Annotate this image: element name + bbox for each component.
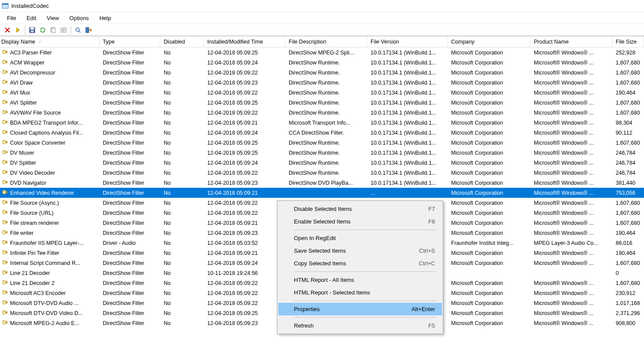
svg-rect-72 (3, 321, 6, 324)
cell-name: Infinite Pin Tee Filter (0, 249, 99, 257)
svg-rect-42 (3, 170, 6, 174)
table-row[interactable]: BDA MPEG2 Transport Infor...DirectShow F… (0, 118, 644, 128)
table-row[interactable]: AVI/WAV File SourceDirectShow FilterNo12… (0, 108, 644, 118)
cell-desc: DirectShow MPEG-2 Spli... (285, 50, 367, 56)
table-row[interactable]: Closed Captions Analysis Fil...DirectSho… (0, 128, 644, 138)
menu-options[interactable]: Options (65, 13, 93, 23)
column-header-company[interactable]: Company (448, 36, 530, 47)
cell-product: Microsoft® Windows® ... (530, 300, 612, 306)
cell-product: Microsoft® Windows® ... (530, 310, 612, 316)
cell-company: Microsoft Corporation (448, 70, 530, 76)
copy-icon[interactable] (48, 25, 58, 35)
cell-ver: 10.0.17134.1 (WinBuild.1... (367, 90, 448, 96)
cell-product: Microsoft® Windows® ... (530, 230, 612, 236)
cell-name: AVI Draw (0, 78, 99, 87)
context-menu-separator (294, 230, 437, 230)
menu-file[interactable]: File (3, 13, 20, 23)
column-header-installed-modified-time[interactable]: Installed/Modified Time (204, 36, 285, 47)
table-row[interactable]: Enhanced Video RendererDirectShow Filter… (0, 188, 644, 198)
codec-icon (1, 169, 8, 177)
cell-type: DirectShow Filter (99, 180, 160, 186)
codec-icon (1, 279, 8, 287)
svg-marker-8 (40, 30, 42, 32)
properties-icon[interactable] (59, 25, 68, 35)
cell-company: Microsoft Corporation (448, 200, 530, 206)
cell-product: Microsoft® Windows® ... (530, 160, 612, 166)
table-row[interactable]: AVI DecompressorDirectShow FilterNo12-04… (0, 68, 644, 78)
codec-icon (1, 149, 8, 157)
menu-help[interactable]: Help (95, 13, 115, 23)
svg-rect-52 (3, 220, 6, 224)
cell-desc: DirectShow Runtime. (285, 90, 367, 96)
svg-rect-24 (3, 80, 6, 84)
codec-icon (1, 319, 8, 327)
cell-disabled: No (160, 310, 204, 316)
cell-time: 12-04-2018 05:09:22 (204, 210, 285, 216)
disable-icon[interactable] (3, 25, 12, 35)
find-icon[interactable] (73, 25, 83, 35)
enable-icon[interactable] (13, 25, 23, 35)
cell-size: 0 (612, 270, 644, 276)
column-header-file-description[interactable]: File Description (285, 36, 367, 47)
context-menu-item-html-report-selected-items[interactable]: HTML Report - Selected Items (278, 286, 442, 299)
cell-size: 1,607,680 (612, 140, 644, 146)
refresh-icon[interactable] (38, 25, 47, 35)
table-row[interactable]: ACM WrapperDirectShow FilterNo12-04-2018… (0, 58, 644, 68)
context-menu-item-disable-selected-items[interactable]: Disable Selected ItemsF7 (278, 203, 442, 215)
cell-disabled: No (160, 110, 204, 116)
cell-type: DirectShow Filter (99, 110, 160, 116)
table-row[interactable]: DV MuxerDirectShow FilterNo12-04-2018 05… (0, 148, 644, 158)
codec-icon (1, 88, 8, 97)
context-menu-item-html-report-all-items[interactable]: HTML Report - All Items (278, 274, 442, 286)
column-header-display-name[interactable]: Display Name⁄ (0, 36, 99, 47)
column-header-type[interactable]: Type (99, 36, 160, 47)
cell-time: 12-04-2018 05:03:52 (204, 240, 285, 246)
cell-time: 12-04-2018 05:09:23 (204, 80, 285, 86)
cell-name: AVI Decompressor (0, 68, 99, 77)
cell-disabled: No (160, 220, 204, 226)
svg-point-37 (3, 141, 4, 142)
cell-name: AC3 Parser Filter (0, 48, 99, 57)
menu-view[interactable]: View (42, 13, 63, 23)
table-header-row: Display Name⁄TypeDisabledInstalled/Modif… (0, 36, 644, 47)
context-menu-item-enable-selected-items[interactable]: Enable Selected ItemsF8 (278, 215, 442, 228)
context-menu-item-open-in-regedit[interactable]: Open In RegEdit (278, 232, 442, 244)
cell-product: Microsoft® Windows® ... (530, 280, 612, 286)
svg-rect-50 (3, 210, 6, 214)
cell-product: Microsoft® Windows® ... (530, 320, 612, 326)
menu-edit[interactable]: Edit (22, 13, 40, 23)
save-icon[interactable] (27, 25, 37, 35)
table-row[interactable]: DV SplitterDirectShow FilterNo12-04-2018… (0, 158, 644, 168)
column-header-disabled[interactable]: Disabled (160, 36, 204, 47)
cell-company: Microsoft Corporation (448, 110, 530, 116)
context-menu-item-save-selected-items[interactable]: Save Selected ItemsCtrl+S (278, 244, 442, 257)
table-row[interactable]: AVI SplitterDirectShow FilterNo12-04-201… (0, 98, 644, 108)
table-row[interactable]: AVI DrawDirectShow FilterNo12-04-2018 05… (0, 78, 644, 88)
context-menu-item-refresh[interactable]: RefreshF5 (278, 319, 442, 332)
cell-time: 12-04-2018 05:09:25 (204, 310, 285, 316)
context-menu-item-copy-selected-items[interactable]: Copy Selected ItemsCtrl+C (278, 257, 442, 270)
table-row[interactable]: DV Video DecoderDirectShow FilterNo12-04… (0, 168, 644, 178)
cell-name: Closed Captions Analysis Fil... (0, 129, 99, 137)
cell-name: AVI Mux (0, 88, 99, 97)
cell-name: AVI/WAV File Source (0, 108, 99, 117)
table-row[interactable]: AC3 Parser FilterDirectShow FilterNo12-0… (0, 47, 644, 58)
exit-icon[interactable] (84, 25, 93, 35)
table-row[interactable]: AVI MuxDirectShow FilterNo12-04-2018 05:… (0, 88, 644, 98)
column-header-product-name[interactable]: Product Name (530, 36, 612, 47)
cell-name: Line 21 Decoder (0, 269, 99, 277)
cell-product: Microsoft® Windows® ... (530, 180, 612, 186)
cell-desc: DirectShow Runtime. (285, 140, 367, 146)
column-header-file-size[interactable]: File Size (612, 36, 644, 47)
context-menu-item-properties[interactable]: PropertiesAlt+Enter (278, 303, 442, 315)
toolbar-separator (25, 26, 25, 34)
cell-disabled: No (160, 250, 204, 256)
table-row[interactable]: DVD NavigatorDirectShow FilterNo12-04-20… (0, 178, 644, 188)
context-menu-separator (294, 317, 437, 318)
table-row[interactable]: Color Space ConverterDirectShow FilterNo… (0, 138, 644, 148)
cell-name: BDA MPEG2 Transport Infor... (0, 119, 99, 127)
cell-disabled: No (160, 300, 204, 306)
sort-ascending-icon: ⁄ (40, 40, 40, 44)
column-header-file-version[interactable]: File Version (367, 36, 448, 47)
cell-ver: 10.0.17134.1 (WinBuild.1... (367, 180, 448, 186)
